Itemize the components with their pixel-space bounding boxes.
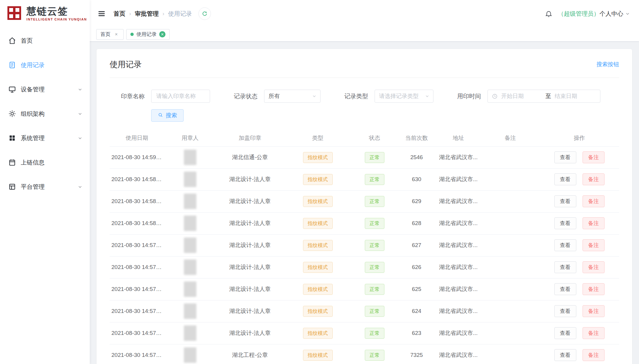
cell-remark (481, 344, 539, 364)
bell-icon[interactable] (545, 10, 553, 18)
calendar-icon (8, 159, 16, 166)
remark-button[interactable]: 备注 (583, 283, 605, 295)
user-avatar (184, 325, 196, 341)
table-row: 2021-08-30 14:57:46 湖北设计-法人章 指纹模式 正常 626… (110, 256, 619, 278)
table-row: 2021-08-30 14:58:11 湖北设计-法人章 指纹模式 正常 628… (110, 212, 619, 234)
cell-type: 指纹模式 (284, 344, 352, 364)
view-button[interactable]: 查看 (554, 283, 576, 295)
cell-status: 正常 (352, 300, 397, 322)
seal-name-input[interactable] (156, 93, 206, 100)
select-value: 所有 (269, 92, 280, 100)
view-button[interactable]: 查看 (554, 151, 576, 163)
cell-remark (481, 256, 539, 278)
device-icon (8, 86, 16, 93)
search-row: 搜索 (110, 109, 619, 122)
sidebar-item-label: 首页 (21, 37, 83, 45)
record-type-select[interactable]: 请选择记录类型 (375, 90, 433, 103)
top-navbar: 首页 › 审批管理 › 使用记录 （超级管理员） 个人中心 (90, 0, 639, 27)
view-button[interactable]: 查看 (554, 305, 576, 317)
brand-logo: 慧链云签 INTELLIGENT CHAIN YUNQIAN (0, 0, 90, 27)
search-button[interactable]: 搜索 (151, 109, 184, 122)
close-icon[interactable]: × (113, 31, 119, 37)
sidebar-item-system-management[interactable]: 系统管理 (0, 126, 90, 150)
view-button[interactable]: 查看 (554, 261, 576, 273)
sidebar-item-home[interactable]: 首页 (0, 29, 90, 53)
hamburger-icon[interactable] (97, 10, 106, 18)
refresh-button[interactable] (198, 7, 211, 20)
cell-status: 正常 (352, 190, 397, 212)
view-button[interactable]: 查看 (554, 173, 576, 185)
remark-button[interactable]: 备注 (583, 305, 605, 317)
sidebar-item-org-structure[interactable]: 组织架构 (0, 102, 90, 126)
view-button[interactable]: 查看 (554, 195, 576, 207)
filter-print-time: 用印时间 至 (448, 90, 600, 103)
cell-remark (481, 322, 539, 344)
search-toggle-link[interactable]: 搜索按钮 (597, 61, 619, 68)
remark-button[interactable]: 备注 (583, 349, 605, 361)
column-header-seal: 加盖印章 (216, 130, 284, 146)
cell-seal: 湖北设计-法人章 (216, 190, 284, 212)
main-area: 首页 › 审批管理 › 使用记录 （超级管理员） 个人中心 (90, 0, 639, 364)
chevron-down-icon (425, 94, 430, 99)
end-date-input[interactable] (554, 93, 596, 100)
sidebar-menu: 首页 使用记录 设备管理 组织 (0, 27, 90, 199)
cell-type: 指纹模式 (284, 300, 352, 322)
cell-seal: 湖北设计-法人章 (216, 234, 284, 256)
user-menu[interactable]: （超级管理员） 个人中心 (558, 10, 630, 18)
remark-button[interactable]: 备注 (583, 261, 605, 273)
breadcrumb-current: 使用记录 (168, 10, 192, 18)
type-badge: 指纹模式 (303, 240, 333, 251)
type-badge: 指纹模式 (303, 174, 333, 185)
remark-button[interactable]: 备注 (583, 195, 605, 207)
cell-date: 2021-08-30 14:58:11 (110, 212, 164, 234)
view-button[interactable]: 查看 (554, 349, 576, 361)
remark-button[interactable]: 备注 (583, 327, 605, 339)
close-icon[interactable]: × (159, 31, 165, 37)
cell-address: 湖北省武汉市... (436, 278, 481, 300)
start-date-input[interactable] (501, 93, 542, 100)
cell-remark (481, 190, 539, 212)
cell-count: 628 (397, 212, 436, 234)
status-badge: 正常 (365, 218, 384, 229)
tab-home[interactable]: 首页 × (96, 29, 124, 40)
cell-status: 正常 (352, 278, 397, 300)
sidebar-item-label: 组织架构 (21, 110, 73, 118)
record-status-select[interactable]: 所有 (264, 90, 321, 103)
page-content: 使用记录 搜索按钮 印章名称 记录状态 所有 (90, 42, 639, 364)
sidebar-item-chain-info[interactable]: 上链信息 (0, 150, 90, 175)
sidebar-item-device-management[interactable]: 设备管理 (0, 77, 90, 102)
cell-status: 正常 (352, 322, 397, 344)
cell-type: 指纹模式 (284, 190, 352, 212)
cell-date: 2021-08-30 14:59:29 (110, 146, 164, 168)
status-badge: 正常 (365, 306, 384, 317)
breadcrumb-home[interactable]: 首页 (113, 10, 125, 18)
grid-icon (8, 134, 16, 142)
cell-remark (481, 300, 539, 322)
remark-button[interactable]: 备注 (583, 173, 605, 185)
chevron-down-icon (78, 111, 83, 116)
sidebar-item-usage-records[interactable]: 使用记录 (0, 53, 90, 77)
user-avatar (184, 259, 196, 275)
remark-button[interactable]: 备注 (583, 239, 605, 251)
cell-status: 正常 (352, 212, 397, 234)
filter-record-type: 记录类型 请选择记录类型 (335, 90, 433, 103)
view-button[interactable]: 查看 (554, 327, 576, 339)
chevron-down-icon (78, 184, 83, 189)
sidebar-item-platform-management[interactable]: 平台管理 (0, 175, 90, 199)
sidebar-item-label: 上链信息 (21, 159, 83, 167)
tab-usage-records[interactable]: 使用记录 × (126, 29, 170, 40)
tab-label: 使用记录 (136, 31, 157, 38)
date-range-picker[interactable]: 至 (487, 90, 600, 103)
view-button[interactable]: 查看 (554, 239, 576, 251)
cell-count: 625 (397, 278, 436, 300)
view-button[interactable]: 查看 (554, 217, 576, 229)
cell-actions: 查看 备注 (539, 278, 619, 300)
remark-button[interactable]: 备注 (583, 151, 605, 163)
breadcrumb-approval[interactable]: 审批管理 (135, 10, 159, 18)
filter-label: 记录类型 (335, 92, 368, 100)
cell-address: 湖北省武汉市... (436, 190, 481, 212)
sidebar-item-label: 系统管理 (21, 134, 73, 142)
cell-status: 正常 (352, 146, 397, 168)
remark-button[interactable]: 备注 (583, 217, 605, 229)
tab-label: 首页 (100, 31, 111, 38)
